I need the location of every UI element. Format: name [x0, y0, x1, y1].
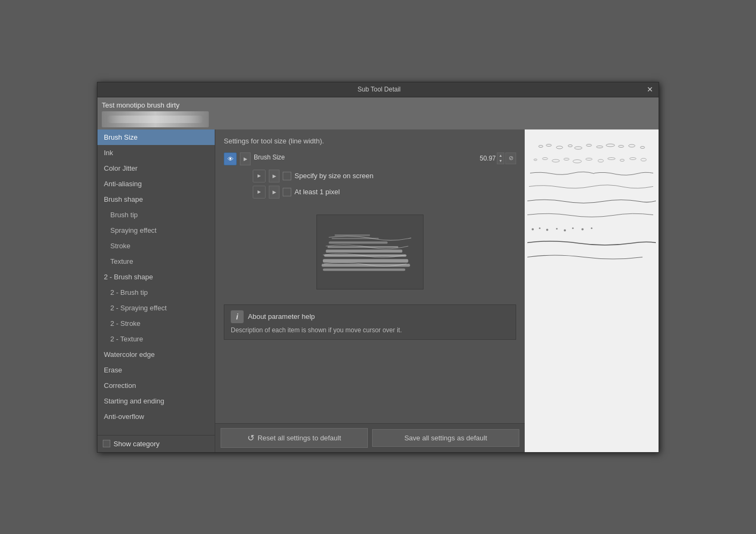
info-icon: i [231, 310, 244, 323]
brush-name: Test monotipo brush dirty [102, 101, 654, 109]
sidebar-item-brush-shape[interactable]: Brush shape [97, 192, 215, 207]
save-all-button[interactable]: Save all settings as default [372, 429, 519, 447]
param-label-row: Brush Size 50.97 ▲ ▼ ⊘ [254, 152, 516, 165]
triangle-icon: ▶ [244, 156, 247, 162]
settings-area: Settings for tool size (line width). 👁 ▶… [215, 129, 525, 423]
brush-stroke-preview [102, 111, 209, 127]
full-layout: Brush Size Ink Color Jitter Anti-aliasin… [97, 129, 659, 452]
info-title-row: i About parameter help [231, 310, 509, 323]
svg-point-33 [539, 227, 541, 229]
close-button[interactable]: ✕ [646, 85, 654, 94]
reset-icon: ⊘ [509, 155, 513, 162]
checkbox1-expand[interactable]: ▶ [269, 170, 279, 182]
svg-point-38 [581, 228, 584, 230]
sidebar-item-erase[interactable]: Erase [97, 362, 215, 378]
at-least-1px-label: At least 1 pixel [294, 188, 340, 196]
checkbox-row-1: ▶ ▶ Specify by size on screen [224, 170, 516, 182]
title-bar: Sub Tool Detail ✕ [97, 82, 659, 97]
sidebar-item-stroke[interactable]: Stroke [97, 238, 215, 254]
svg-point-34 [546, 228, 548, 231]
reset-all-button[interactable]: ↺ Reset all settings to default [221, 428, 368, 448]
reset-all-icon: ↺ [247, 433, 254, 443]
eye-icon: 👁 [228, 156, 233, 162]
svg-rect-4 [326, 249, 403, 253]
checkbox2-expand[interactable]: ▶ [269, 186, 279, 199]
checkbox-row-2: ▶ ▶ At least 1 pixel [224, 186, 516, 199]
settings-desc: Settings for tool size (line width). [224, 137, 516, 145]
svg-point-37 [572, 227, 574, 229]
value-spinner[interactable]: ▲ ▼ [497, 152, 504, 164]
sidebar-item-starting-ending[interactable]: Starting and ending [97, 393, 215, 409]
sidebar-item-texture[interactable]: Texture [97, 254, 215, 269]
sidebar-item-brush-size[interactable]: Brush Size [97, 129, 215, 145]
brush-preview-bar: Test monotipo brush dirty [97, 97, 659, 129]
eye-icon-btn[interactable]: 👁 [224, 152, 237, 165]
reset-param-btn[interactable]: ⊘ [505, 152, 516, 164]
window-title: Sub Tool Detail [112, 86, 646, 93]
svg-point-39 [591, 227, 593, 229]
specify-by-size-label: Specify by size on screen [294, 172, 373, 180]
brush-size-value[interactable]: 50.97 [474, 155, 496, 162]
svg-rect-2 [329, 241, 388, 243]
sub-tool-detail-window: Sub Tool Detail ✕ Test monotipo brush di… [97, 82, 659, 453]
sidebar-items: Brush Size Ink Color Jitter Anti-aliasin… [97, 129, 215, 435]
sidebar-item-anti-overflow[interactable]: Anti-overflow [97, 409, 215, 424]
checkbox1-icon-btn[interactable]: ▶ [253, 170, 266, 182]
brush-preview-svg [317, 217, 423, 287]
sidebar: Brush Size Ink Color Jitter Anti-aliasin… [97, 129, 215, 452]
sidebar-item-2-brush-tip[interactable]: 2 - Brush tip [97, 285, 215, 300]
brush-preview-right-panel [525, 129, 659, 452]
brush-size-label: Brush Size [254, 154, 285, 161]
expand-btn[interactable]: ▶ [240, 152, 251, 165]
svg-rect-9 [525, 130, 659, 451]
info-desc: Description of each item is shown if you… [231, 326, 509, 334]
checkbox2-icon-btn[interactable]: ▶ [253, 186, 266, 199]
info-title: About parameter help [248, 312, 315, 321]
sidebar-item-spraying-effect[interactable]: Spraying effect [97, 223, 215, 238]
tri3-icon: ▶ [273, 189, 276, 195]
sidebar-item-2-stroke[interactable]: 2 - Stroke [97, 316, 215, 331]
show-category-label: Show category [114, 440, 160, 448]
svg-point-35 [556, 228, 558, 230]
checkbox1-triangle: ▶ [258, 173, 261, 178]
sidebar-item-watercolor-edge[interactable]: Watercolor edge [97, 347, 215, 362]
sidebar-item-anti-aliasing[interactable]: Anti-aliasing [97, 176, 215, 192]
tri2-icon: ▶ [273, 173, 276, 179]
right-preview-svg [525, 129, 659, 452]
right-panel: Settings for tool size (line width). 👁 ▶… [215, 129, 525, 452]
svg-rect-6 [323, 259, 409, 263]
sidebar-item-2-texture[interactable]: 2 - Texture [97, 331, 215, 347]
sidebar-footer: Show category [97, 435, 215, 452]
svg-rect-0 [335, 234, 370, 236]
specify-by-size-checkbox[interactable] [283, 172, 291, 180]
brush-size-param-row: 👁 ▶ Brush Size 50.97 ▲ ▼ [224, 152, 516, 165]
reset-all-label: Reset all settings to default [258, 434, 341, 442]
spinner-down[interactable]: ▼ [497, 158, 504, 164]
sidebar-item-color-jitter[interactable]: Color Jitter [97, 161, 215, 176]
bottom-bar: ↺ Reset all settings to default Save all… [215, 423, 525, 452]
sidebar-item-ink[interactable]: Ink [97, 145, 215, 161]
save-all-label: Save all settings as default [404, 434, 487, 442]
sidebar-item-2-brush-shape[interactable]: 2 - Brush shape [97, 269, 215, 285]
svg-point-36 [564, 229, 566, 231]
sidebar-item-2-spraying-effect[interactable]: 2 - Spraying effect [97, 300, 215, 316]
at-least-1px-checkbox[interactable] [283, 188, 291, 196]
show-category-checkbox[interactable] [103, 440, 110, 447]
svg-point-32 [532, 228, 534, 230]
brush-preview-area [316, 215, 424, 289]
spinner-up[interactable]: ▲ [497, 153, 504, 158]
svg-rect-8 [323, 268, 405, 270]
checkbox2-triangle: ▶ [258, 189, 261, 194]
info-box: i About parameter help Description of ea… [224, 304, 516, 340]
sidebar-item-brush-tip[interactable]: Brush tip [97, 207, 215, 223]
sidebar-item-correction[interactable]: Correction [97, 378, 215, 393]
